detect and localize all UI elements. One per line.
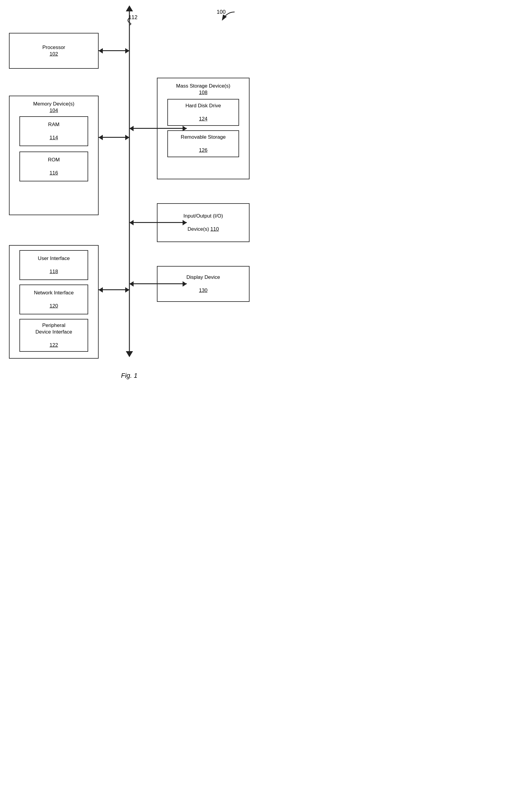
arrow-memory-bus [98,137,130,138]
bus-line [129,11,130,356]
figure-label: Fig. 1 [121,372,138,380]
processor-ref: 102 [50,51,58,57]
arrow-processor-bus [98,50,130,51]
bus-arrow-down [126,351,133,357]
peripheral-device-box: PeripheralDevice Interface 122 [20,319,88,352]
network-interface-box: Network Interface 120 [20,285,88,314]
arrow-bus-massstorage [130,128,187,129]
rom-box: ROM 116 [20,151,88,181]
io-group-box: User Interface 118 Network Interface 120… [9,245,98,359]
removable-storage-box: Removable Storage 126 [167,130,239,157]
processor-box: Processor 102 [9,33,98,69]
diagram: 100 112 Processor 102 Memory Device(s) 1… [0,0,258,382]
ref-100-arrow [218,10,236,22]
memory-device-box: Memory Device(s) 104 RAM 114 ROM 116 [9,96,98,215]
ram-box: RAM 114 [20,116,88,146]
processor-label: Processor [42,44,65,51]
bus-arrow-up [126,5,133,11]
user-interface-box: User Interface 118 [20,250,88,280]
arrow-bus-displaydevice [130,283,187,284]
hdd-box: Hard Disk Drive 124 [167,99,239,126]
arrow-networkinterface-bus [98,289,130,290]
memory-device-label: Memory Device(s) 104 [33,101,75,114]
arrow-bus-iodevices [130,222,187,223]
mass-storage-label: Mass Storage Device(s) 108 [176,83,230,96]
